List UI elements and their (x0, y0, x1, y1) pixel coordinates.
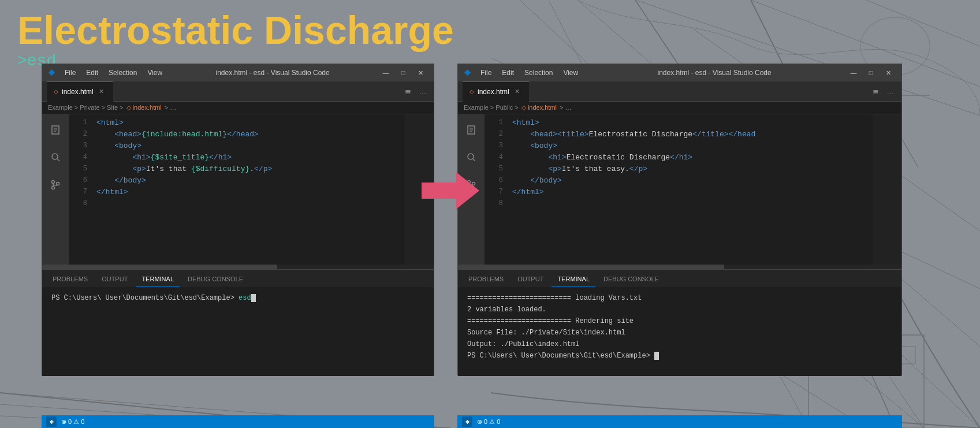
terminal-body-right[interactable]: ========================= loading Vars.t… (458, 287, 901, 376)
code-line-4-left: 4 <h1>{$site_title}</h1> (69, 151, 405, 163)
code-editor-left[interactable]: 1 <html> 2 <head>{include:head.html}</he… (69, 114, 405, 265)
menu-edit-left[interactable]: Edit (81, 68, 103, 78)
maximize-btn-left[interactable]: □ (396, 67, 411, 79)
menu-file-right[interactable]: File (476, 68, 496, 78)
editor-area-right: 1 <html> 2 <head><title>Electrostatic Di… (458, 114, 901, 265)
status-errors-right: ⊗ 0 ⚠ 0 (477, 418, 500, 426)
window-controls-left: — □ ✕ (378, 67, 428, 79)
terminal-line-4-right: Source File: ./Private/Site\index.html (467, 327, 892, 338)
panel-tab-terminal-right[interactable]: TERMINAL (552, 271, 595, 287)
svg-point-31 (57, 183, 59, 185)
svg-line-38 (473, 159, 475, 161)
menu-bar-right: File Edit Selection View (476, 68, 583, 78)
code-line-3-right: 3 <body> (485, 140, 873, 151)
editor-area-left: 1 <html> 2 <head>{include:head.html}</he… (42, 114, 434, 265)
panel-tab-debug-left[interactable]: DEBUG CONSOLE (182, 271, 249, 287)
menu-edit-right[interactable]: Edit (497, 68, 519, 78)
arrow-body (422, 183, 456, 199)
terminal-line-2-right: 2 variables loaded. (467, 304, 892, 315)
terminal-line-6-right: PS C:\Users\ User\Documents\Git\esd\Exam… (467, 351, 892, 361)
panel-tabs-right: PROBLEMS OUTPUT TERMINAL DEBUG CONSOLE (458, 270, 901, 287)
code-line-2-left: 2 <head>{include:head.html}</head> (69, 128, 405, 140)
scrollbar-thumb-left (42, 265, 277, 269)
tab-dot-right: ◇ (469, 88, 474, 95)
scrollbar-right[interactable] (458, 265, 901, 269)
remote-icon-right[interactable]: ❖ (462, 416, 472, 427)
vscode-window-left: ❖ File Edit Selection View index.html - … (42, 64, 434, 375)
panel-tab-output-right[interactable]: OUTPUT (512, 271, 549, 287)
tabs-left: ◇ index.html ✕ (47, 81, 113, 102)
titlebar-right-section: ❖ File Edit Selection View (464, 68, 583, 78)
menu-selection-right[interactable]: Selection (520, 68, 557, 78)
code-line-7-right: 7 </html> (485, 186, 873, 198)
breadcrumb-left: Example > Private > Site > ◇ index.html … (42, 102, 434, 114)
remote-icon-left[interactable]: ❖ (46, 416, 57, 427)
explorer-icon-left[interactable] (45, 119, 66, 140)
close-btn-right[interactable]: ✕ (881, 67, 896, 79)
code-line-4-right: 4 <h1>Electrostatic Discharge</h1> (485, 151, 873, 163)
title-area: Electrostatic Discharge >esd (17, 10, 454, 70)
search-icon-left[interactable] (45, 147, 66, 168)
split-editor-icon-left[interactable]: ≣ (401, 85, 414, 98)
svg-line-12 (866, 0, 980, 46)
panel-tab-problems-right[interactable]: PROBLEMS (463, 271, 509, 287)
statusbar-right: ❖ ⊗ 0 ⚠ 0 (457, 415, 902, 428)
minimize-btn-left[interactable]: — (378, 67, 393, 79)
window-controls-right: — □ ✕ (846, 67, 896, 79)
tab-close-left[interactable]: ✕ (97, 87, 106, 96)
tab-name-right: index.html (478, 88, 509, 96)
menu-selection-left[interactable]: Selection (104, 68, 141, 78)
split-editor-icon-right[interactable]: ≣ (869, 85, 882, 98)
terminal-line-3-right: ========================= Rendering site (467, 316, 892, 326)
statusbar-left: ❖ ⊗ 0 ⚠ 0 (42, 415, 434, 428)
tab-close-right[interactable]: ✕ (513, 87, 522, 96)
titlebar-right: ❖ File Edit Selection View index.html - … (458, 64, 901, 81)
scrollbar-left[interactable] (42, 265, 434, 269)
tabbar-left: ◇ index.html ✕ ≣ … (42, 81, 434, 102)
panel-tab-output-left[interactable]: OUTPUT (96, 271, 133, 287)
tab-index-html-right[interactable]: ◇ index.html ✕ (463, 81, 529, 102)
search-icon-right[interactable] (461, 147, 482, 168)
menu-view-right[interactable]: View (558, 68, 583, 78)
tab-name-left: index.html (62, 88, 94, 96)
window-title-right: index.html - esd - Visual Studio Code (583, 69, 846, 77)
code-line-1-right: 1 <html> (485, 117, 873, 128)
tabbar-right-right: ≣ … (869, 85, 897, 98)
code-line-6-right: 6 </body> (485, 174, 873, 186)
code-line-1-left: 1 <html> (69, 117, 405, 128)
panel-tabs-left: PROBLEMS OUTPUT TERMINAL DEBUG CONSOLE (42, 270, 434, 287)
terminal-line-1-left: PS C:\Users\ User\Documents\Git\esd\Exam… (51, 293, 424, 303)
code-editor-right[interactable]: 1 <html> 2 <head><title>Electrostatic Di… (485, 114, 873, 265)
code-line-8-left: 8 (69, 198, 405, 209)
menu-view-left[interactable]: View (143, 68, 167, 78)
panel-tab-debug-right[interactable]: DEBUG CONSOLE (598, 271, 665, 287)
tabs-right: ◇ index.html ✕ (463, 81, 529, 102)
source-control-icon-left[interactable] (45, 174, 66, 195)
titlebar-left-section: ❖ File Edit Selection View (48, 68, 167, 78)
tabbar-right: ◇ index.html ✕ ≣ … (458, 81, 901, 102)
maximize-btn-right[interactable]: □ (863, 67, 878, 79)
panel-tab-terminal-left[interactable]: TERMINAL (136, 271, 180, 287)
tab-index-html-left[interactable]: ◇ index.html ✕ (47, 81, 113, 102)
breadcrumb-text-left: Example > Private > Site > ◇ index.html … (48, 104, 176, 111)
terminal-body-left[interactable]: PS C:\Users\ User\Documents\Git\esd\Exam… (42, 287, 434, 376)
menu-file-left[interactable]: File (60, 68, 80, 78)
terminal-cursor-right (654, 352, 659, 360)
explorer-icon-right[interactable] (461, 119, 482, 140)
scrollbar-thumb-right (458, 265, 724, 269)
tabbar-right-left: ≣ … (401, 85, 429, 98)
panel-left: PROBLEMS OUTPUT TERMINAL DEBUG CONSOLE P… (42, 269, 434, 376)
close-btn-left[interactable]: ✕ (413, 67, 428, 79)
activity-bar-left (42, 114, 69, 265)
svg-point-29 (52, 181, 55, 184)
panel-tab-problems-left[interactable]: PROBLEMS (47, 271, 94, 287)
breadcrumb-text-right: Example > Public > ◇ index.html > … (464, 104, 572, 111)
code-line-5-left: 5 <p>It's that {$difficulty}.</p> (69, 163, 405, 174)
more-actions-icon-left[interactable]: … (416, 85, 429, 98)
code-line-8-right: 8 (485, 198, 873, 209)
breadcrumb-right: Example > Public > ◇ index.html > … (458, 102, 901, 114)
minimize-btn-right[interactable]: — (846, 67, 861, 79)
more-actions-icon-right[interactable]: … (884, 85, 897, 98)
vscode-icon-left: ❖ (48, 68, 55, 77)
app-title: Electrostatic Discharge (17, 10, 454, 50)
